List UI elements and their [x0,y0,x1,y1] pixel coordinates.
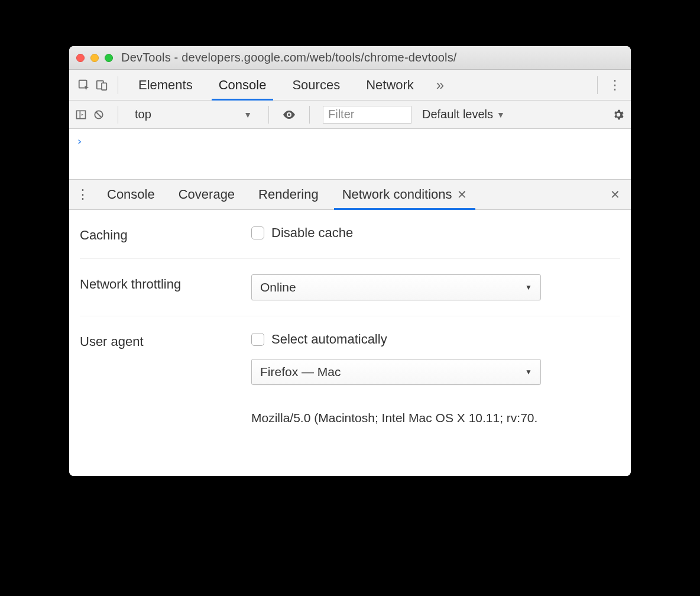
drawer-tab-label: Console [107,187,155,202]
user-agent-row: User agent Select automatically Firefox … [80,316,620,440]
main-tab-list: Elements Console Sources Network [125,70,427,100]
chevron-down-icon: ▼ [497,110,505,119]
titlebar: DevTools - developers.google.com/web/too… [69,46,631,70]
device-toolbar-icon[interactable] [93,76,111,94]
separator [118,76,118,94]
levels-label: Default levels [422,108,493,121]
drawer-tab-console[interactable]: Console [95,180,167,209]
show-console-sidebar-icon[interactable] [75,109,87,121]
svg-rect-2 [102,83,106,90]
console-body[interactable]: › [69,129,631,179]
console-toolbar: top ▼ Default levels ▼ [69,101,631,129]
network-conditions-panel: Caching Disable cache Network throttling… [69,210,631,476]
tab-elements[interactable]: Elements [125,70,206,100]
more-tabs-icon[interactable]: » [427,77,453,93]
throttling-value: Online [260,280,296,294]
execution-context-select[interactable]: top ▼ [131,106,255,124]
main-tabbar: Elements Console Sources Network » ⋮ [69,70,631,101]
caching-row: Caching Disable cache [80,210,620,259]
tab-sources[interactable]: Sources [279,70,353,100]
window-title: DevTools - developers.google.com/web/too… [121,51,457,64]
close-tab-icon[interactable]: ✕ [457,187,467,202]
user-agent-value: Firefox — Mac [260,365,341,379]
separator [597,76,598,94]
clear-console-icon[interactable] [93,109,105,121]
chevron-down-icon: ▼ [525,368,532,376]
throttling-label: Network throttling [80,274,251,292]
tab-network[interactable]: Network [353,70,427,100]
drawer-tab-coverage[interactable]: Coverage [167,180,247,209]
context-value: top [135,108,151,121]
disable-cache-checkbox[interactable] [251,226,264,239]
maximize-window-button[interactable] [105,54,113,62]
close-window-button[interactable] [76,54,85,62]
drawer-menu-icon[interactable]: ⋮ [75,187,95,202]
inspect-element-icon[interactable] [75,76,93,94]
drawer-tabbar: ⋮ Console Coverage Rendering Network con… [69,179,631,210]
traffic-lights [76,54,113,62]
disable-cache-label: Disable cache [271,225,353,241]
drawer-tab-label: Network conditions [342,187,452,202]
select-automatically-checkbox[interactable] [251,333,264,346]
chevron-down-icon: ▼ [244,110,252,119]
minimize-window-button[interactable] [90,54,99,62]
separator [309,106,310,124]
throttling-select[interactable]: Online ▼ [251,274,541,300]
drawer-tab-label: Coverage [179,187,235,202]
separator [268,106,269,124]
drawer-tab-label: Rendering [258,187,319,202]
live-expression-icon[interactable] [282,108,296,122]
separator [118,106,118,124]
log-levels-select[interactable]: Default levels ▼ [417,108,510,121]
drawer-tab-rendering[interactable]: Rendering [247,180,330,209]
chevron-down-icon: ▼ [525,283,532,291]
close-drawer-icon[interactable]: ✕ [605,187,625,202]
user-agent-label: User agent [80,332,251,349]
tab-console[interactable]: Console [206,70,280,100]
svg-rect-3 [77,111,86,118]
select-automatically-label: Select automatically [271,332,387,347]
prompt-icon: › [76,135,83,147]
console-settings-icon[interactable] [612,108,625,121]
devtools-window: DevTools - developers.google.com/web/too… [69,46,631,476]
user-agent-string: Mozilla/5.0 (Macintosh; Intel Mac OS X 1… [251,411,620,425]
settings-menu-icon[interactable]: ⋮ [605,77,625,93]
caching-label: Caching [80,225,251,243]
filter-input[interactable] [323,106,411,124]
svg-point-5 [288,114,290,116]
drawer-tab-network-conditions[interactable]: Network conditions ✕ [330,180,479,209]
throttling-row: Network throttling Online ▼ [80,259,620,316]
user-agent-select[interactable]: Firefox — Mac ▼ [251,359,541,385]
